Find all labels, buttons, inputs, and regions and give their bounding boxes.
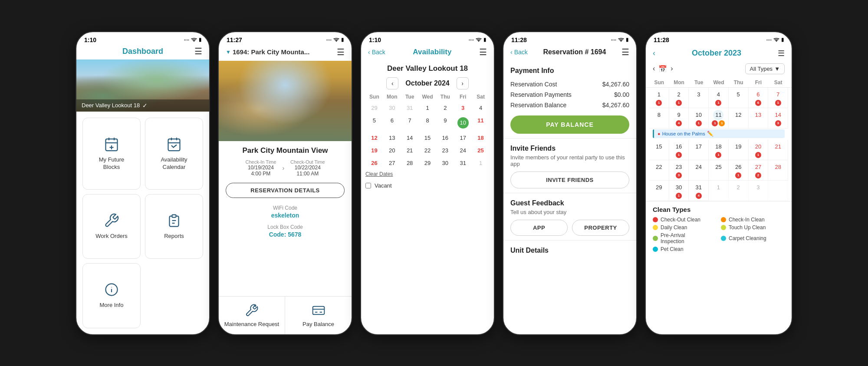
s5-day-oct8[interactable]: 8 [649, 108, 669, 129]
calendar-day-11[interactable]: 11 [472, 114, 490, 132]
edit-icon[interactable]: ✏️ [707, 131, 713, 137]
pay-balance-button-s4[interactable]: PAY BALANCE [510, 115, 629, 134]
calendar-day-25[interactable]: 25 [472, 144, 490, 157]
calendar-day-29[interactable]: 29 [365, 102, 383, 114]
calendar-day-17[interactable]: 17 [454, 132, 472, 144]
vacant-checkbox[interactable]: Vacant [361, 180, 494, 191]
menu-icon-s2[interactable]: ☰ [337, 47, 345, 57]
calendar-day-22[interactable]: 22 [419, 144, 437, 157]
work-orders-button[interactable]: Work Orders [82, 194, 141, 259]
s5-day-oct31[interactable]: 314 [689, 181, 709, 201]
calendar-day-31[interactable]: 31 [401, 102, 419, 114]
next-month-s5[interactable]: › [671, 65, 673, 73]
calendar-day-20[interactable]: 20 [383, 144, 401, 157]
s5-day-oct11[interactable]: 1111 [709, 108, 729, 129]
s5-day-oct5[interactable]: 5 [729, 88, 749, 108]
calendar-day-31[interactable]: 31 [454, 157, 472, 169]
clear-dates-button[interactable]: Clear Dates [361, 169, 494, 180]
calendar-day-14[interactable]: 14 [401, 132, 419, 144]
my-future-blocks-button[interactable]: My FutureBlocks [82, 118, 141, 190]
calendar-day-18[interactable]: 18 [472, 132, 490, 144]
feedback-app-button[interactable]: APP [510, 220, 568, 236]
location-selector[interactable]: ▼ 1694: Park City Mounta... [226, 48, 309, 56]
back-button-s3[interactable]: ‹ Back [368, 49, 385, 56]
back-arrow-s5[interactable]: ‹ [653, 49, 655, 58]
s5-day-oct23[interactable]: 233 [669, 160, 689, 181]
s5-day-nov3[interactable]: 3 [749, 181, 769, 201]
type-filter-button[interactable]: All Types ▼ [745, 63, 785, 74]
reservation-details-button[interactable]: RESERVATION DETAILS [226, 183, 345, 198]
s5-day-oct14[interactable]: 143 [768, 108, 788, 129]
calendar-day-6[interactable]: 6 [383, 114, 401, 132]
reports-button[interactable]: Reports [145, 194, 203, 259]
s5-day-oct9[interactable]: 94 [669, 108, 689, 129]
calendar-day-5[interactable]: 5 [365, 114, 383, 132]
s5-day-oct18[interactable]: 181 [709, 140, 729, 160]
menu-icon-s4[interactable]: ☰ [621, 47, 629, 57]
s5-day-oct29[interactable]: 29 [649, 181, 669, 201]
s5-day-oct15[interactable]: 15 [649, 140, 669, 160]
calendar-day-28[interactable]: 28 [401, 157, 419, 169]
calendar-day-3[interactable]: 3 [454, 102, 472, 114]
calendar-day-21[interactable]: 21 [401, 144, 419, 157]
s5-day-oct25[interactable]: 25 [709, 160, 729, 181]
more-info-button[interactable]: More Info [82, 263, 141, 328]
calendar-icon-s5[interactable]: 📅 [658, 65, 667, 73]
maintenance-request-button[interactable]: Maintenance Request [219, 297, 285, 334]
prev-month-button[interactable]: ‹ [386, 77, 398, 89]
calendar-day-10[interactable]: 10 [454, 114, 472, 132]
calendar-day-1[interactable]: 1 [419, 102, 437, 114]
s5-day-oct24[interactable]: 24 [689, 160, 709, 181]
s5-day-oct16[interactable]: 161 [669, 140, 689, 160]
calendar-day-19[interactable]: 19 [365, 144, 383, 157]
invite-friends-button[interactable]: INVITE FRIENDS [510, 171, 629, 188]
s5-day-oct7[interactable]: 71 [768, 88, 788, 108]
calendar-day-30[interactable]: 30 [383, 102, 401, 114]
calendar-day-8[interactable]: 8 [419, 114, 437, 132]
event-bar[interactable]: ● House on the Palms ✏️ [653, 129, 785, 138]
calendar-day-24[interactable]: 24 [454, 144, 472, 157]
calendar-day-7[interactable]: 7 [401, 114, 419, 132]
next-month-button[interactable]: › [457, 77, 469, 89]
s5-day-nov2[interactable]: 2 [729, 181, 749, 201]
vacant-check[interactable] [365, 183, 371, 188]
pay-balance-button[interactable]: Pay Balance [285, 297, 352, 334]
s5-day-oct26[interactable]: 261 [729, 160, 749, 181]
s5-day-oct1[interactable]: 11 [649, 88, 669, 108]
calendar-day-1[interactable]: 1 [472, 157, 490, 169]
s5-day-oct3[interactable]: 3 [689, 88, 709, 108]
calendar-day-16[interactable]: 16 [436, 132, 454, 144]
s5-day-oct28[interactable]: 28 [768, 160, 788, 181]
calendar-day-30[interactable]: 30 [436, 157, 454, 169]
feedback-property-button[interactable]: PROPERTY [572, 220, 629, 236]
s5-day-oct2[interactable]: 21 [669, 88, 689, 108]
s5-day-oct10[interactable]: 101 [689, 108, 709, 129]
s5-day-oct19[interactable]: 19 [729, 140, 749, 160]
prev-month-s5[interactable]: ‹ [653, 65, 655, 73]
menu-icon-s5[interactable]: ☰ [778, 49, 785, 58]
calendar-day-13[interactable]: 13 [383, 132, 401, 144]
s5-day-oct20[interactable]: 201 [749, 140, 769, 160]
calendar-day-12[interactable]: 12 [365, 132, 383, 144]
s5-day-oct13[interactable]: 13 [749, 108, 769, 129]
calendar-day-15[interactable]: 15 [419, 132, 437, 144]
menu-icon-s3[interactable]: ☰ [479, 47, 487, 57]
availability-calendar-button[interactable]: AvailabilityCalendar [145, 118, 203, 190]
s5-day-oct6[interactable]: 66 [749, 88, 769, 108]
calendar-day-27[interactable]: 27 [383, 157, 401, 169]
menu-icon-s1[interactable]: ☰ [194, 46, 202, 56]
calendar-day-26[interactable]: 26 [365, 157, 383, 169]
calendar-day-4[interactable]: 4 [472, 102, 490, 114]
calendar-day-2[interactable]: 2 [436, 102, 454, 114]
s5-day-oct22[interactable]: 22 [649, 160, 669, 181]
calendar-day-29[interactable]: 29 [419, 157, 437, 169]
s5-day-oct12[interactable]: 12 [729, 108, 749, 129]
s5-day-nov1[interactable]: 1 [709, 181, 729, 201]
calendar-day-23[interactable]: 23 [436, 144, 454, 157]
s5-day-oct4[interactable]: 41 [709, 88, 729, 108]
s5-day-oct17[interactable]: 17 [689, 140, 709, 160]
calendar-day-9[interactable]: 9 [436, 114, 454, 132]
s5-day-oct21[interactable]: 21 [768, 140, 788, 160]
back-button-s4[interactable]: ‹ Back [510, 49, 528, 56]
s5-day-oct27[interactable]: 272 [749, 160, 769, 181]
